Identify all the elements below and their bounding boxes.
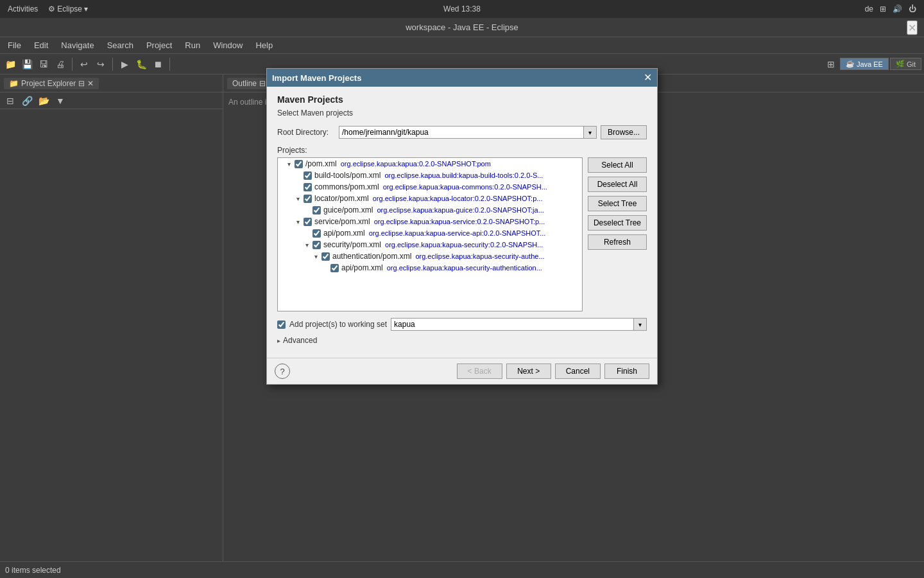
- tree-subtext-5: org.eclipse.kapua:kapua-service:0.2.0-SN…: [374, 218, 545, 225]
- deselect-tree-button[interactable]: Deselect Tree: [588, 215, 647, 231]
- eclipse-app-icon[interactable]: ⚙ Eclipse ▾: [48, 4, 88, 13]
- tree-text-0: /pom.xml: [305, 159, 337, 168]
- tree-text-7: security/pom.xml: [323, 240, 381, 249]
- tree-row-4[interactable]: ▸ guice/pom.xml org.eclipse.kapua:kapua-…: [278, 204, 582, 216]
- expand-3[interactable]: ▾: [293, 194, 302, 203]
- tree-row-8[interactable]: ▾ authentication/pom.xml org.eclipse.kap…: [278, 250, 582, 262]
- root-dir-input-wrap: ▾: [339, 126, 597, 139]
- checkbox-7[interactable]: [312, 241, 321, 249]
- menu-run[interactable]: Run: [180, 39, 205, 51]
- checkbox-5[interactable]: [304, 218, 312, 226]
- dialog-section-title: Maven Projects: [277, 94, 647, 105]
- import-maven-dialog: Import Maven Projects ✕ Maven Projects S…: [266, 68, 658, 385]
- tree-text-8: authentication/pom.xml: [332, 252, 411, 261]
- expand-0[interactable]: ▾: [284, 159, 293, 168]
- tree-subtext-4: org.eclipse.kapua:kapua-guice:0.2.0-SNAP…: [377, 206, 543, 214]
- system-bar: Activities ⚙ Eclipse ▾ Wed 13:38 de ⊞ 🔊 …: [0, 0, 924, 18]
- advanced-row[interactable]: ▸ Advanced: [277, 336, 647, 345]
- refresh-button[interactable]: Refresh: [588, 234, 647, 250]
- select-all-button[interactable]: Select All: [588, 157, 647, 173]
- root-dir-row: Root Directory: ▾ Browse...: [277, 125, 647, 139]
- menu-navigate[interactable]: Navigate: [56, 39, 99, 51]
- expand-8[interactable]: ▾: [311, 252, 320, 261]
- menu-help[interactable]: Help: [250, 39, 278, 51]
- projects-tree[interactable]: ▾ /pom.xml org.eclipse.kapua:kapua:0.2.0…: [277, 157, 583, 311]
- tree-subtext-1: org.eclipse.kapua.build:kapua-build-tool…: [384, 171, 543, 179]
- finish-button[interactable]: Finish: [604, 363, 649, 379]
- working-set-dropdown-btn[interactable]: ▾: [633, 319, 646, 330]
- activities-label[interactable]: Activities: [8, 4, 38, 13]
- tree-row-3[interactable]: ▾ locator/pom.xml org.eclipse.kapua:kapu…: [278, 193, 582, 204]
- eclipse-title: workspace - Java EE - Eclipse: [406, 22, 518, 32]
- back-button[interactable]: < Back: [457, 363, 502, 379]
- tree-row-9[interactable]: ▸ api/pom.xml org.eclipse.kapua:kapua-se…: [278, 262, 582, 274]
- expand-7[interactable]: ▾: [302, 240, 311, 249]
- checkbox-1[interactable]: [304, 171, 312, 180]
- tree-row-6[interactable]: ▸ api/pom.xml org.eclipse.kapua:kapua-se…: [278, 227, 582, 239]
- tree-text-2: commons/pom.xml: [314, 182, 379, 191]
- power-icon: ⏻: [909, 4, 916, 13]
- tree-row-7[interactable]: ▾ security/pom.xml org.eclipse.kapua:kap…: [278, 239, 582, 250]
- advanced-label: Advanced: [283, 336, 317, 345]
- tree-row-5[interactable]: ▾ service/pom.xml org.eclipse.kapua:kapu…: [278, 216, 582, 227]
- working-set-checkbox[interactable]: [277, 320, 286, 329]
- checkbox-8[interactable]: [321, 252, 330, 261]
- status-text: 0 items selected: [5, 566, 61, 575]
- dialog-close-button[interactable]: ✕: [644, 73, 652, 83]
- status-bar: 0 items selected: [0, 561, 924, 578]
- menu-project[interactable]: Project: [141, 39, 177, 51]
- root-dir-input[interactable]: [339, 127, 583, 138]
- system-bar-right: de ⊞ 🔊 ⏻: [865, 4, 916, 13]
- network-icon: ⊞: [880, 4, 886, 13]
- dialog-overlay: Import Maven Projects ✕ Maven Projects S…: [0, 55, 924, 561]
- tree-row-0[interactable]: ▾ /pom.xml org.eclipse.kapua:kapua:0.2.0…: [278, 158, 582, 170]
- tree-subtext-0: org.eclipse.kapua:kapua:0.2.0-SNAPSHOT:p…: [341, 160, 491, 168]
- menu-window[interactable]: Window: [208, 39, 248, 51]
- tree-row-1[interactable]: ▸ build-tools/pom.xml org.eclipse.kapua.…: [278, 170, 582, 181]
- help-button[interactable]: ?: [275, 363, 290, 379]
- cancel-button[interactable]: Cancel: [555, 363, 601, 379]
- next-button[interactable]: Next >: [506, 363, 551, 379]
- checkbox-3[interactable]: [304, 195, 312, 203]
- tree-text-5: service/pom.xml: [314, 217, 370, 226]
- working-set-row: Add project(s) to working set ▾: [277, 318, 647, 331]
- working-set-select-wrap: ▾: [391, 318, 647, 331]
- select-tree-button[interactable]: Select Tree: [588, 196, 647, 211]
- checkbox-0[interactable]: [295, 160, 303, 168]
- tree-subtext-2: org.eclipse.kapua:kapua-commons:0.2.0-SN…: [383, 183, 547, 191]
- checkbox-2[interactable]: [304, 183, 312, 191]
- checkbox-4[interactable]: [312, 206, 321, 215]
- dialog-action-buttons: < Back Next > Cancel Finish: [457, 363, 649, 379]
- dialog-bottom: ? < Back Next > Cancel Finish: [267, 358, 657, 384]
- browse-button[interactable]: Browse...: [601, 125, 647, 139]
- tree-subtext-3: org.eclipse.kapua:kapua-locator:0.2.0-SN…: [373, 195, 543, 202]
- volume-icon: 🔊: [893, 4, 902, 13]
- side-buttons: Select All Deselect All Select Tree Dese…: [588, 157, 647, 311]
- tree-subtext-8: org.eclipse.kapua:kapua-security-authe..…: [415, 252, 544, 260]
- tree-text-1: build-tools/pom.xml: [314, 171, 381, 180]
- checkbox-9[interactable]: [330, 264, 339, 272]
- tree-subtext-7: org.eclipse.kapua:kapua-security:0.2.0-S…: [385, 241, 543, 249]
- working-set-input[interactable]: [391, 319, 633, 330]
- tree-text-6: api/pom.xml: [323, 229, 365, 238]
- locale-indicator: de: [865, 4, 873, 13]
- tree-text-4: guice/pom.xml: [323, 206, 373, 215]
- advanced-arrow-icon: ▸: [277, 337, 280, 344]
- menu-search[interactable]: Search: [102, 39, 139, 51]
- tree-text-9: api/pom.xml: [341, 263, 383, 272]
- checkbox-6[interactable]: [312, 229, 321, 238]
- projects-label: Projects:: [277, 146, 647, 155]
- eclipse-close-button[interactable]: ✕: [907, 20, 918, 35]
- root-dir-dropdown-btn[interactable]: ▾: [583, 127, 596, 138]
- eclipse-title-bar: workspace - Java EE - Eclipse ✕: [0, 18, 924, 37]
- tree-text-3: locator/pom.xml: [314, 194, 369, 203]
- tree-row-2[interactable]: ▸ commons/pom.xml org.eclipse.kapua:kapu…: [278, 181, 582, 193]
- dialog-subtitle: Select Maven projects: [277, 109, 647, 118]
- expand-5[interactable]: ▾: [293, 217, 302, 226]
- tree-subtext-9: org.eclipse.kapua:kapua-security-authent…: [387, 264, 542, 272]
- projects-area: ▾ /pom.xml org.eclipse.kapua:kapua:0.2.0…: [277, 157, 647, 311]
- menu-file[interactable]: File: [3, 39, 26, 51]
- tree-subtext-6: org.eclipse.kapua:kapua-service-api:0.2.…: [369, 229, 546, 237]
- deselect-all-button[interactable]: Deselect All: [588, 177, 647, 192]
- menu-edit[interactable]: Edit: [29, 39, 53, 51]
